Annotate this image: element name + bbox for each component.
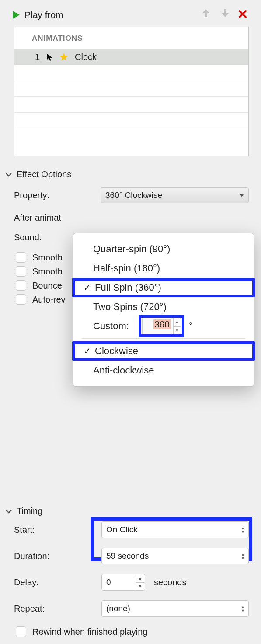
stepper-up-icon[interactable]: ▲ bbox=[136, 575, 144, 582]
stepper-up-icon[interactable]: ▲ bbox=[174, 318, 181, 326]
custom-degrees-input[interactable]: 360 bbox=[142, 318, 174, 334]
animation-row-empty bbox=[14, 65, 248, 81]
spin-option-two[interactable]: Two Spins (720°) bbox=[73, 297, 254, 317]
triggers-section[interactable]: Triggers bbox=[0, 640, 261, 644]
checkbox-icon bbox=[16, 252, 26, 263]
animation-row-empty bbox=[14, 81, 248, 96]
cursor-icon bbox=[46, 53, 53, 62]
repeat-dropdown[interactable]: (none) ▲▼ bbox=[101, 600, 249, 617]
play-from-label: Play from bbox=[24, 10, 63, 20]
animation-name: Clock bbox=[75, 52, 97, 62]
chevron-down-icon bbox=[5, 172, 12, 177]
delay-label: Delay: bbox=[14, 577, 96, 588]
animation-row-empty bbox=[14, 112, 248, 128]
spin-option-half[interactable]: Half-spin (180°) bbox=[73, 259, 254, 278]
move-down-button bbox=[217, 8, 233, 21]
animation-row-empty bbox=[14, 96, 248, 112]
animation-row[interactable]: 1 Clock bbox=[14, 49, 248, 65]
section-title: Timing bbox=[17, 506, 42, 516]
repeat-label: Repeat: bbox=[14, 604, 96, 614]
effect-options-section[interactable]: Effect Options bbox=[0, 166, 261, 183]
svg-marker-1 bbox=[60, 53, 68, 61]
rewind-checkbox[interactable]: Rewind when finished playing bbox=[16, 626, 249, 637]
spin-option-full[interactable]: ✓ Full Spin (360°) bbox=[72, 278, 255, 297]
animation-index: 1 bbox=[35, 52, 40, 62]
checkbox-icon bbox=[16, 266, 26, 277]
menu-separator bbox=[82, 338, 245, 339]
stepper-down-icon[interactable]: ▼ bbox=[174, 326, 181, 334]
duration-label: Duration: bbox=[14, 551, 96, 561]
property-dropdown[interactable]: 360° Clockwise bbox=[101, 187, 249, 203]
svg-marker-0 bbox=[13, 11, 20, 19]
section-title: Effect Options bbox=[17, 169, 71, 179]
checkmark-icon: ✓ bbox=[81, 346, 93, 356]
duration-dropdown[interactable]: 59 seconds ▲▼ bbox=[101, 548, 249, 564]
checkbox-icon bbox=[16, 280, 26, 291]
direction-clockwise[interactable]: ✓ Clockwise bbox=[72, 341, 255, 361]
star-icon bbox=[59, 53, 69, 62]
property-label: Property: bbox=[14, 190, 95, 201]
animations-header: ANIMATIONS bbox=[14, 27, 248, 49]
timing-section[interactable]: Timing bbox=[0, 503, 261, 520]
stepper-down-icon[interactable]: ▼ bbox=[136, 582, 144, 590]
play-icon[interactable] bbox=[11, 10, 21, 20]
checkbox-icon bbox=[16, 626, 26, 637]
start-label: Start: bbox=[14, 525, 96, 535]
property-dropdown-popup: Quarter-spin (90°) Half-spin (180°) ✓ Fu… bbox=[73, 233, 254, 387]
delete-button[interactable] bbox=[237, 9, 249, 21]
chevron-down-icon bbox=[5, 509, 12, 514]
move-up-button bbox=[198, 8, 214, 21]
direction-anticlockwise[interactable]: Anti-clockwise bbox=[73, 361, 254, 380]
checkmark-icon: ✓ bbox=[81, 282, 93, 293]
spin-option-custom[interactable]: Custom: 360 ▲ ▼ ° bbox=[73, 317, 254, 336]
delay-input[interactable]: 0 ▲▼ bbox=[101, 574, 145, 591]
animation-row-empty bbox=[14, 128, 248, 144]
animations-list: ANIMATIONS 1 Clock bbox=[14, 27, 249, 156]
checkbox-icon bbox=[16, 294, 26, 305]
start-dropdown[interactable]: On Click ▲▼ bbox=[101, 521, 249, 538]
after-animation-label: After animat bbox=[14, 213, 95, 223]
delay-unit: seconds bbox=[154, 577, 187, 588]
spin-option-quarter[interactable]: Quarter-spin (90°) bbox=[73, 239, 254, 259]
